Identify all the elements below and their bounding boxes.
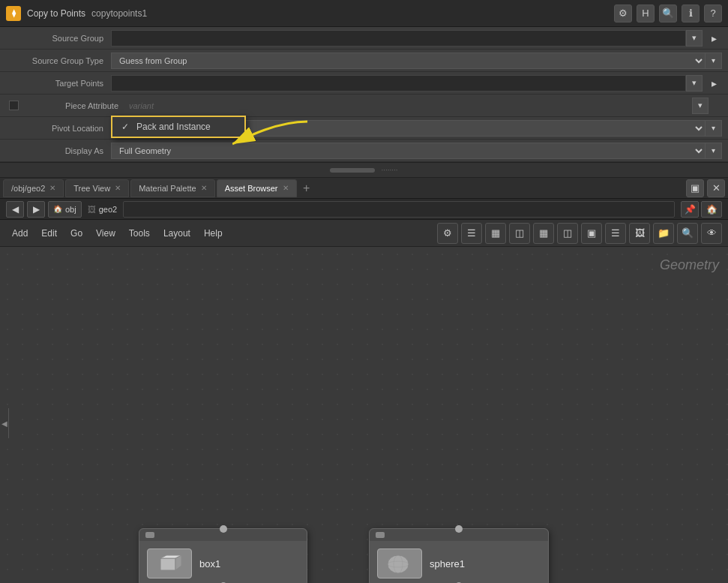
display-as-split-btn[interactable]: ▾ [706, 143, 722, 159]
tb-grid-icon[interactable]: ▦ [485, 223, 506, 244]
menu-toolbar: Add Edit Go View Tools Layout Help ⚙ ☰ ▦… [0, 220, 728, 247]
menu-edit[interactable]: Edit [35, 223, 63, 244]
box1-label: box1 [199, 558, 220, 569]
display-as-dropdown: Full Geometry Box Centroid Hidden ▾ [111, 143, 722, 159]
node-name: copytopoints1 [91, 8, 147, 19]
box1-node[interactable]: box1 [139, 528, 307, 583]
sphere1-label: sphere1 [430, 558, 465, 569]
tb-settings-icon[interactable]: ⚙ [437, 223, 458, 244]
tb-search-icon[interactable]: 🔍 [677, 223, 698, 244]
tab-asset-browser[interactable]: Asset Browser ✕ [217, 179, 297, 197]
source-group-type-split-btn[interactable]: ▾ [706, 53, 722, 69]
tb-list-icon[interactable]: ☰ [461, 223, 482, 244]
scroll-bar[interactable]: ········ [0, 162, 728, 177]
pivot-location-row: Pivot Location Centroid Origin Bounding … [0, 117, 728, 140]
sphere1-group: sphere1 ⇔ transform2 [354, 528, 564, 583]
tb-image-icon[interactable]: 🖼 [629, 223, 650, 244]
pack-and-instance-label: Pack and Instance [136, 122, 211, 132]
box1-body: box1 [139, 541, 307, 583]
tab-tree-view-label: Tree View [73, 184, 110, 193]
panel-close-btn[interactable]: ✕ [707, 179, 725, 197]
pack-and-instance-menu-item[interactable]: ✓ Pack and Instance [112, 117, 244, 137]
breadcrumb-current: geo2 [99, 205, 117, 214]
tb-box-icon[interactable]: ▣ [581, 223, 602, 244]
tab-asset-browser-close[interactable]: ✕ [283, 184, 289, 192]
tb-menu2-icon[interactable]: ☰ [605, 223, 626, 244]
node-canvas[interactable]: ◀ Geometry [0, 247, 728, 583]
tab-bar: /obj/geo2 ✕ Tree View ✕ Material Palette… [0, 178, 728, 199]
panel-square-btn[interactable]: ▣ [686, 179, 704, 197]
tb-folder-icon[interactable]: 📁 [653, 223, 674, 244]
nav-home-btn[interactable]: 🏠 obj [48, 201, 82, 218]
source-group-type-row: Source Group Type Guess from Group Point… [0, 50, 728, 72]
target-points-label: Target Points [6, 79, 111, 88]
tab-asset-browser-label: Asset Browser [225, 184, 278, 193]
home-icon: 🏠 [53, 205, 62, 213]
source-group-dropdown-btn[interactable]: ▾ [686, 30, 703, 47]
piece-attribute-label: Piece Attribute [21, 101, 126, 110]
tab-obj-geo2-close[interactable]: ✕ [49, 184, 55, 192]
tab-material-palette[interactable]: Material Palette ✕ [130, 179, 214, 197]
tab-obj-geo2-label: /obj/geo2 [11, 184, 45, 193]
menu-help[interactable]: Help [198, 223, 229, 244]
checkmark-icon: ✓ [121, 122, 132, 132]
nav-back-btn[interactable]: ◀ [6, 201, 24, 218]
tb-eye-icon[interactable]: 👁 [701, 223, 722, 244]
nav-pin-btn[interactable]: 📌 [681, 201, 699, 218]
parameters-panel: Source Group ▾ ▸ Source Group Type Guess… [0, 27, 728, 178]
box1-icon [147, 548, 192, 578]
node-type-icon: ⧫ [6, 6, 21, 21]
source-group-arrow[interactable]: ▸ [706, 30, 722, 47]
display-as-select[interactable]: Full Geometry Box Centroid Hidden [111, 143, 706, 159]
help-h-btn[interactable]: H [637, 5, 655, 23]
sphere1-top-connector[interactable] [455, 525, 463, 533]
target-points-dropdown-btn[interactable]: ▾ [686, 75, 703, 92]
tab-material-palette-label: Material Palette [139, 184, 196, 193]
target-points-input[interactable] [111, 75, 686, 92]
source-group-type-select[interactable]: Guess from Group Points Edges Primitives… [111, 53, 706, 69]
search-btn[interactable]: 🔍 [659, 5, 677, 23]
tab-material-palette-close[interactable]: ✕ [201, 184, 207, 192]
add-tab-btn[interactable]: + [298, 180, 315, 197]
gear-btn[interactable]: ⚙ [614, 5, 632, 23]
piece-attribute-row: Piece Attribute variant ▾ ✓ Pack and Ins… [0, 95, 728, 117]
left-panel-toggle[interactable]: ◀ [0, 408, 9, 438]
sphere1-collapse-btn[interactable] [376, 532, 385, 538]
target-points-arrow[interactable]: ▸ [706, 75, 722, 92]
info-btn[interactable]: ℹ [682, 5, 700, 23]
nav-home2-btn[interactable]: 🏠 [701, 201, 722, 218]
piece-attribute-checkbox[interactable] [9, 101, 19, 110]
box-svg [154, 552, 184, 575]
menu-view[interactable]: View [90, 223, 121, 244]
source-group-input[interactable] [111, 30, 686, 47]
sphere1-node[interactable]: sphere1 [369, 528, 549, 583]
tb-split-icon[interactable]: ◫ [509, 223, 530, 244]
box1-group: box1 ⇔ transform1 [124, 528, 322, 583]
display-as-row: Display As Full Geometry Box Centroid Hi… [0, 140, 728, 162]
sphere1-body: sphere1 [370, 541, 548, 583]
nav-bar: ◀ ▶ 🏠 obj 🖼 geo2 📌 🏠 [0, 199, 728, 220]
piece-attribute-value: variant [126, 101, 154, 110]
breadcrumb-bar[interactable] [123, 201, 675, 218]
box1-collapse-btn[interactable] [145, 532, 154, 538]
tab-tree-view-close[interactable]: ✕ [115, 184, 121, 192]
sphere-svg [385, 552, 415, 575]
menu-layout[interactable]: Layout [157, 223, 196, 244]
sphere1-icon [377, 548, 422, 578]
menu-go[interactable]: Go [64, 223, 88, 244]
tb-grid2-icon[interactable]: ▦ [533, 223, 554, 244]
tb-split2-icon[interactable]: ◫ [557, 223, 578, 244]
nav-forward-btn[interactable]: ▶ [27, 201, 45, 218]
menu-add[interactable]: Add [6, 223, 34, 244]
menu-tools[interactable]: Tools [123, 223, 156, 244]
piece-attribute-dropdown-btn[interactable]: ▾ [692, 98, 709, 114]
title-bar-controls: ⚙ H 🔍 ℹ ? [614, 5, 722, 23]
tab-obj-geo2[interactable]: /obj/geo2 ✕ [3, 179, 64, 197]
svg-rect-3 [160, 558, 175, 570]
box1-top-connector[interactable] [220, 525, 227, 533]
source-group-row: Source Group ▾ ▸ [0, 27, 728, 50]
tab-tree-view[interactable]: Tree View ✕ [65, 179, 129, 197]
pivot-location-split-btn[interactable]: ▾ [706, 120, 722, 137]
nav-obj-label: obj [65, 205, 76, 214]
question-btn[interactable]: ? [704, 5, 722, 23]
